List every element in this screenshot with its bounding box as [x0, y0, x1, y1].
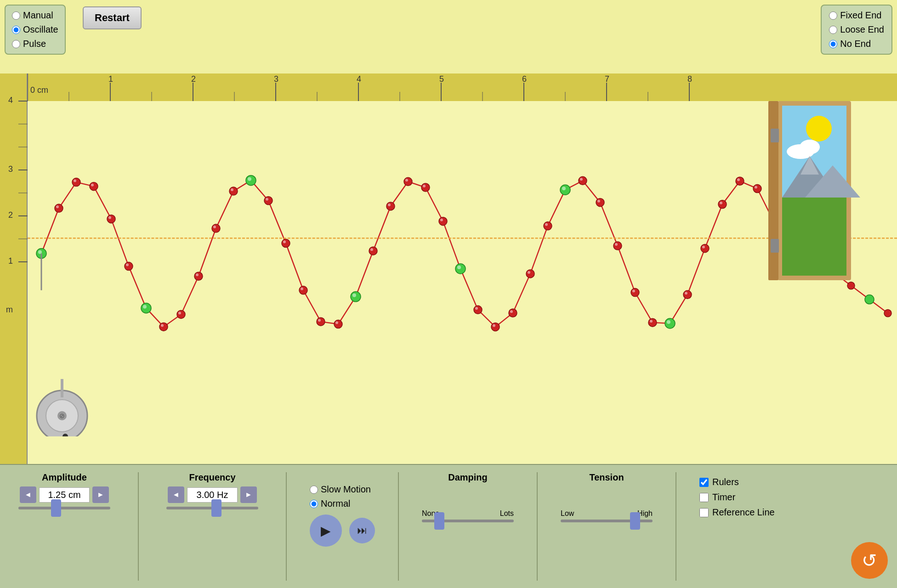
- frequency-group: Frequency ◄ 3.00 Hz ►: [162, 472, 263, 509]
- slow-radio[interactable]: [310, 486, 318, 494]
- normal-radio[interactable]: [310, 500, 318, 508]
- oscillate-option[interactable]: Oscillate: [12, 24, 58, 35]
- slow-motion-option[interactable]: Slow Motion: [310, 484, 375, 495]
- svg-rect-43: [782, 198, 846, 276]
- oscillate-radio[interactable]: [12, 26, 20, 34]
- reset-icon: ↺: [862, 550, 877, 571]
- loose-end-radio[interactable]: [829, 26, 837, 34]
- bottom-panel: Amplitude ◄ 1.25 cm ► Frequency ◄ 3.00 H…: [0, 464, 897, 588]
- amplitude-group: Amplitude ◄ 1.25 cm ►: [14, 472, 115, 509]
- wave-display: [0, 74, 897, 464]
- svg-text:⊘: ⊘: [59, 412, 65, 419]
- svg-rect-50: [768, 101, 778, 280]
- tension-group: Tension Low High: [561, 472, 653, 522]
- frequency-slider-row: [162, 507, 263, 509]
- play-button[interactable]: ▶: [310, 514, 342, 547]
- divider-1: [138, 472, 139, 581]
- no-end-label: No End: [840, 39, 871, 49]
- svg-rect-52: [771, 239, 779, 253]
- tension-slider[interactable]: [561, 520, 653, 522]
- loose-end-label: Loose End: [840, 24, 884, 35]
- reference-line: [28, 237, 897, 239]
- divider-5: [676, 472, 676, 581]
- rulers-checkbox[interactable]: [699, 478, 709, 487]
- reset-button[interactable]: ↺: [851, 542, 888, 579]
- step-button[interactable]: ⏭: [349, 518, 375, 543]
- speed-play-group: Slow Motion Normal ▶ ⏭: [310, 477, 375, 547]
- oscillate-label: Oscillate: [23, 24, 58, 35]
- reference-line-checkbox[interactable]: [699, 508, 709, 517]
- end-panel: Fixed End Loose End No End: [821, 5, 892, 55]
- damping-slider[interactable]: [422, 520, 514, 522]
- checkbox-group: Rulers Timer Reference Line: [699, 477, 775, 518]
- rulers-checkbox-label[interactable]: Rulers: [699, 477, 775, 487]
- fixed-end-radio[interactable]: [829, 11, 837, 20]
- rulers-label: Rulers: [712, 477, 739, 487]
- timer-checkbox[interactable]: [699, 493, 709, 502]
- simulation-area: 4 3 2 1 m 0 cm 1 2 3 4 5 6 7: [0, 74, 897, 464]
- play-icon: ▶: [321, 523, 331, 538]
- slow-label: Slow Motion: [321, 484, 371, 495]
- manual-radio[interactable]: [12, 11, 20, 20]
- timer-checkbox-label[interactable]: Timer: [699, 492, 775, 503]
- timer-label: Timer: [712, 492, 735, 503]
- no-end-option[interactable]: No End: [829, 39, 884, 49]
- svg-point-46: [800, 140, 820, 154]
- manual-option[interactable]: Manual: [12, 10, 58, 21]
- frequency-label: Frequency: [189, 472, 235, 483]
- reference-line-checkbox-label[interactable]: Reference Line: [699, 507, 775, 518]
- pulse-option[interactable]: Pulse: [12, 39, 58, 49]
- fixed-end-label: Fixed End: [840, 10, 881, 21]
- speed-group: Slow Motion Normal: [310, 484, 375, 509]
- step-icon: ⏭: [357, 525, 367, 537]
- normal-label: Normal: [321, 498, 350, 509]
- pulse-radio[interactable]: [12, 40, 20, 48]
- tension-label: Tension: [589, 472, 624, 483]
- damping-group: Damping None Lots: [422, 472, 514, 522]
- restart-button[interactable]: Restart: [83, 6, 142, 29]
- no-end-radio[interactable]: [829, 40, 837, 48]
- damping-label: Damping: [448, 472, 488, 483]
- divider-4: [537, 472, 538, 581]
- amplitude-slider[interactable]: [18, 507, 110, 509]
- frequency-slider[interactable]: [166, 507, 258, 509]
- svg-rect-51: [771, 129, 779, 142]
- reference-line-label: Reference Line: [712, 507, 775, 518]
- fixed-end-option[interactable]: Fixed End: [829, 10, 884, 21]
- amplitude-label: Amplitude: [42, 472, 87, 483]
- manual-label: Manual: [23, 10, 53, 21]
- normal-option[interactable]: Normal: [310, 498, 375, 509]
- pulse-label: Pulse: [23, 39, 46, 49]
- door-illustration: [768, 101, 860, 285]
- svg-rect-58: [61, 379, 63, 397]
- play-step-group: ▶ ⏭: [310, 514, 375, 547]
- loose-end-option[interactable]: Loose End: [829, 24, 884, 35]
- mode-panel: Manual Oscillate Pulse: [5, 5, 66, 55]
- divider-2: [286, 472, 287, 581]
- amplitude-slider-row: [14, 507, 115, 509]
- svg-point-44: [806, 116, 832, 141]
- oscillator-wheel: ⊘: [32, 377, 92, 436]
- divider-3: [398, 472, 399, 581]
